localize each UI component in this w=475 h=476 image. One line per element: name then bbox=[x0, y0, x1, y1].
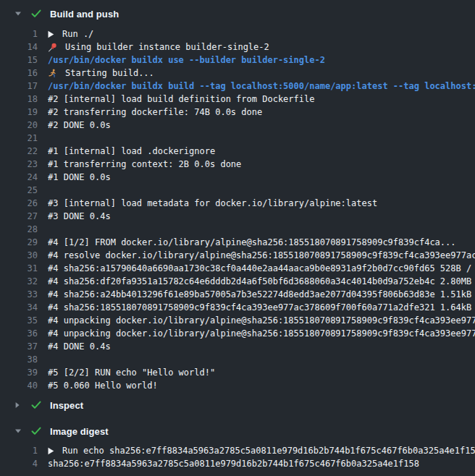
line-text-content: #4 sha256:a15790640a6690aa1730c38cf0a440… bbox=[48, 263, 475, 273]
line-number[interactable]: 16 bbox=[0, 68, 38, 78]
chevron-right-icon bbox=[14, 401, 20, 409]
line-text-content: Starting build... bbox=[65, 68, 154, 78]
log-line: 39#5 [2/2] RUN echo "Hello world!" bbox=[0, 366, 475, 379]
section-header-image-digest[interactable]: Image digest bbox=[0, 418, 475, 444]
line-text: #3 [internal] load metadata for docker.i… bbox=[48, 198, 475, 208]
chevron-down-icon[interactable] bbox=[14, 11, 22, 17]
line-text: #1 [internal] load .dockerignore bbox=[48, 146, 475, 156]
log-line: 29#4 [1/2] FROM docker.io/library/alpine… bbox=[0, 236, 475, 249]
line-number[interactable]: 34 bbox=[0, 302, 38, 313]
log-line: 27#3 DONE 0.4s bbox=[0, 210, 475, 223]
chevron-down-icon bbox=[14, 11, 22, 17]
log-line: 16Starting build... bbox=[0, 67, 475, 80]
log-line: 35#4 unpacking docker.io/library/alpine@… bbox=[0, 314, 475, 327]
section-inspect: Inspect bbox=[0, 392, 475, 418]
line-number[interactable]: 37 bbox=[0, 341, 38, 352]
line-number[interactable]: 30 bbox=[0, 250, 38, 260]
log-line: 24#1 DONE 0.0s bbox=[0, 171, 475, 184]
line-text: #4 resolve docker.io/library/alpine@sha2… bbox=[48, 250, 475, 260]
line-text: #4 unpacking docker.io/library/alpine@sh… bbox=[48, 315, 475, 326]
check-icon bbox=[31, 427, 41, 435]
line-text-content: /usr/bin/docker buildx use --builder bui… bbox=[48, 55, 325, 65]
chevron-down-icon[interactable] bbox=[14, 428, 22, 434]
line-text: /usr/bin/docker buildx use --builder bui… bbox=[48, 55, 475, 65]
line-number[interactable]: 28 bbox=[0, 224, 38, 234]
line-text-content: /usr/bin/docker buildx build --tag local… bbox=[48, 81, 475, 91]
line-text-content: #4 [1/2] FROM docker.io/library/alpine@s… bbox=[48, 237, 456, 247]
line-text-content: #4 sha256:a24bb4013296f61e89ba57005a7b3e… bbox=[48, 289, 475, 299]
line-text-content: #2 DONE 0.0s bbox=[48, 120, 111, 130]
line-text-content: Run echo sha256:e7ff8834a5963a2785c5a081… bbox=[62, 446, 475, 456]
line-number[interactable]: 14 bbox=[0, 42, 38, 52]
section-build-and-push: Build and push1Run ./14Using builder ins… bbox=[0, 0, 475, 392]
line-text: Run ./ bbox=[48, 29, 475, 39]
line-number[interactable]: 22 bbox=[0, 146, 38, 156]
line-text-content: #2 transferring dockerfile: 74B 0.0s don… bbox=[48, 107, 262, 117]
log-line: 25 bbox=[0, 184, 475, 197]
play-icon bbox=[48, 30, 54, 38]
line-text-content: #2 [internal] load build definition from… bbox=[48, 94, 314, 104]
log-line: 31#4 sha256:a15790640a6690aa1730c38cf0a4… bbox=[0, 262, 475, 275]
check-icon bbox=[31, 401, 41, 409]
line-number[interactable]: 25 bbox=[0, 185, 38, 195]
line-number[interactable]: 23 bbox=[0, 159, 38, 169]
chevron-right-icon[interactable] bbox=[14, 401, 22, 409]
line-text: #2 transferring dockerfile: 74B 0.0s don… bbox=[48, 107, 475, 117]
line-number[interactable]: 33 bbox=[0, 289, 38, 299]
check-icon bbox=[31, 427, 41, 435]
line-text: #4 sha256:a15790640a6690aa1730c38cf0a440… bbox=[48, 263, 475, 273]
line-number[interactable]: 31 bbox=[0, 263, 38, 273]
line-number[interactable]: 26 bbox=[0, 198, 38, 208]
line-text: #3 DONE 0.4s bbox=[48, 211, 475, 221]
line-number[interactable]: 35 bbox=[0, 315, 38, 326]
log-line: 34#4 sha256:185518070891758909c9f839cf4c… bbox=[0, 301, 475, 314]
line-number[interactable]: 1 bbox=[0, 29, 38, 39]
log-line: 37#4 DONE 0.4s bbox=[0, 340, 475, 353]
line-number[interactable]: 19 bbox=[0, 107, 38, 117]
line-number[interactable]: 29 bbox=[0, 237, 38, 247]
line-number[interactable]: 38 bbox=[0, 354, 38, 365]
line-number[interactable]: 17 bbox=[0, 81, 38, 91]
line-number[interactable]: 27 bbox=[0, 211, 38, 221]
section-title: Inspect bbox=[50, 400, 83, 411]
log-line: 14Using builder instance builder-single-… bbox=[0, 41, 475, 54]
line-text-content: #4 resolve docker.io/library/alpine@sha2… bbox=[48, 250, 475, 260]
line-text: #5 [2/2] RUN echo "Hello world!" bbox=[48, 367, 475, 378]
check-icon bbox=[31, 9, 41, 18]
line-number[interactable]: 18 bbox=[0, 94, 38, 104]
line-text-content: #4 DONE 0.4s bbox=[48, 341, 111, 352]
log-line: 26#3 [internal] load metadata for docker… bbox=[0, 197, 475, 210]
line-number[interactable]: 39 bbox=[0, 367, 38, 378]
line-number[interactable]: 36 bbox=[0, 328, 38, 339]
check-icon bbox=[31, 401, 41, 409]
line-text: sha256:e7ff8834a5963a2785c5a0811e979d16b… bbox=[48, 459, 475, 469]
log-viewer: Build and push1Run ./14Using builder ins… bbox=[0, 0, 475, 476]
line-number[interactable]: 21 bbox=[0, 133, 38, 143]
runner-emoji bbox=[48, 69, 57, 78]
line-text: Starting build... bbox=[48, 68, 475, 78]
line-text-content: #1 transferring context: 2B 0.0s done bbox=[48, 159, 241, 169]
log-line: 23#1 transferring context: 2B 0.0s done bbox=[0, 158, 475, 171]
line-text-content: #1 [internal] load .dockerignore bbox=[48, 146, 215, 156]
line-number[interactable]: 1 bbox=[0, 446, 38, 456]
log-line: 4sha256:e7ff8834a5963a2785c5a0811e979d16… bbox=[0, 457, 475, 470]
line-text: #5 0.060 Hello world! bbox=[48, 381, 475, 391]
log-line: 1Run ./ bbox=[0, 27, 475, 41]
line-text-content: #4 unpacking docker.io/library/alpine@sh… bbox=[48, 315, 475, 326]
line-number[interactable]: 40 bbox=[0, 381, 38, 391]
section-header-inspect[interactable]: Inspect bbox=[0, 392, 475, 418]
line-number[interactable]: 24 bbox=[0, 172, 38, 182]
line-number[interactable]: 15 bbox=[0, 55, 38, 65]
play-icon bbox=[48, 447, 54, 455]
line-text: #2 DONE 0.0s bbox=[48, 120, 475, 130]
line-text: #2 [internal] load build definition from… bbox=[48, 94, 475, 104]
line-text: #4 sha256:185518070891758909c9f839cf4ca3… bbox=[48, 302, 475, 313]
line-number[interactable]: 4 bbox=[0, 459, 38, 469]
line-number[interactable]: 20 bbox=[0, 120, 38, 130]
section-header-build-and-push[interactable]: Build and push bbox=[0, 0, 475, 27]
line-text-content: sha256:e7ff8834a5963a2785c5a0811e979d16b… bbox=[48, 459, 419, 469]
log-lines: 1Run ./14Using builder instance builder-… bbox=[0, 27, 475, 392]
log-line: 19#2 transferring dockerfile: 74B 0.0s d… bbox=[0, 106, 475, 119]
line-text-content: #1 DONE 0.0s bbox=[48, 172, 111, 182]
line-number[interactable]: 32 bbox=[0, 276, 38, 286]
